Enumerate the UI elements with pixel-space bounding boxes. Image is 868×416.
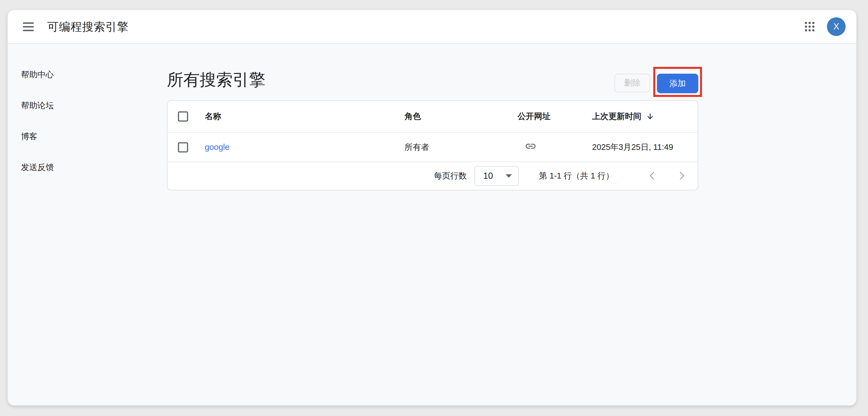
sidebar-item-help-forum[interactable]: 帮助论坛 <box>21 100 54 111</box>
dropdown-arrow-icon <box>506 174 512 178</box>
engine-role-cell: 所有者 <box>405 142 518 153</box>
avatar[interactable]: X <box>827 17 846 36</box>
add-button-wrapper: 添加 <box>657 74 698 93</box>
row-checkbox[interactable] <box>178 142 188 152</box>
sort-descending-icon[interactable] <box>646 112 654 121</box>
app-title: 可编程搜索引擎 <box>47 19 129 35</box>
main-panel: 所有搜索引擎 删除 添加 名称 角色 <box>167 44 698 93</box>
next-page-button[interactable] <box>675 169 688 183</box>
app-bar: 可编程搜索引擎 X <box>8 10 857 44</box>
search-engines-table: 名称 角色 公开网址 上次更新时间 <box>167 100 698 190</box>
heading-row: 所有搜索引擎 删除 添加 <box>167 68 698 93</box>
app-window: 可编程搜索引擎 X 帮助中心 帮助论坛 博客 发送反馈 所有搜索引擎 删除 添加 <box>8 10 857 406</box>
sidebar-item-help-center[interactable]: 帮助中心 <box>21 69 54 80</box>
delete-button[interactable]: 删除 <box>615 74 650 92</box>
column-header-last-updated-label: 上次更新时间 <box>592 111 641 122</box>
public-url-link-icon[interactable] <box>525 140 536 152</box>
sidebar-item-blog[interactable]: 博客 <box>21 131 54 142</box>
rows-per-page-select[interactable]: 10 <box>474 166 519 186</box>
rows-per-page-value: 10 <box>483 171 493 181</box>
rows-per-page-label: 每页行数 <box>434 170 467 182</box>
previous-page-button[interactable] <box>646 169 659 183</box>
action-buttons: 删除 添加 <box>615 74 698 93</box>
page-title: 所有搜索引擎 <box>167 68 266 91</box>
engine-last-updated-cell: 2025年3月25日, 11:49 <box>592 142 698 153</box>
chevron-left-icon <box>647 170 658 182</box>
column-header-name[interactable]: 名称 <box>205 111 405 122</box>
apps-grid-icon[interactable] <box>805 22 814 31</box>
engine-name-link[interactable]: google <box>205 143 229 152</box>
select-all-checkbox[interactable] <box>178 111 188 122</box>
add-button[interactable]: 添加 <box>657 74 698 93</box>
menu-icon[interactable] <box>23 21 35 33</box>
header-checkbox-cell <box>167 111 205 122</box>
column-header-last-updated[interactable]: 上次更新时间 <box>592 111 698 122</box>
sidebar: 帮助中心 帮助论坛 博客 发送反馈 <box>21 69 54 192</box>
chevron-right-icon <box>676 170 687 182</box>
column-header-public-url[interactable]: 公开网址 <box>518 111 592 122</box>
sidebar-item-send-feedback[interactable]: 发送反馈 <box>21 161 54 173</box>
table-header-row: 名称 角色 公开网址 上次更新时间 <box>167 100 698 133</box>
pagination-range: 第 1-1 行（共 1 行） <box>539 170 614 182</box>
engine-name-cell: google <box>205 143 405 152</box>
column-header-role[interactable]: 角色 <box>405 111 518 122</box>
table-row: google 所有者 2025年3月25日, 11:49 <box>167 133 698 162</box>
table-pagination-row: 每页行数 10 第 1-1 行（共 1 行） <box>167 162 698 190</box>
engine-public-url-cell <box>518 140 592 154</box>
content-area: 帮助中心 帮助论坛 博客 发送反馈 所有搜索引擎 删除 添加 <box>8 44 857 405</box>
row-checkbox-cell <box>167 142 205 152</box>
